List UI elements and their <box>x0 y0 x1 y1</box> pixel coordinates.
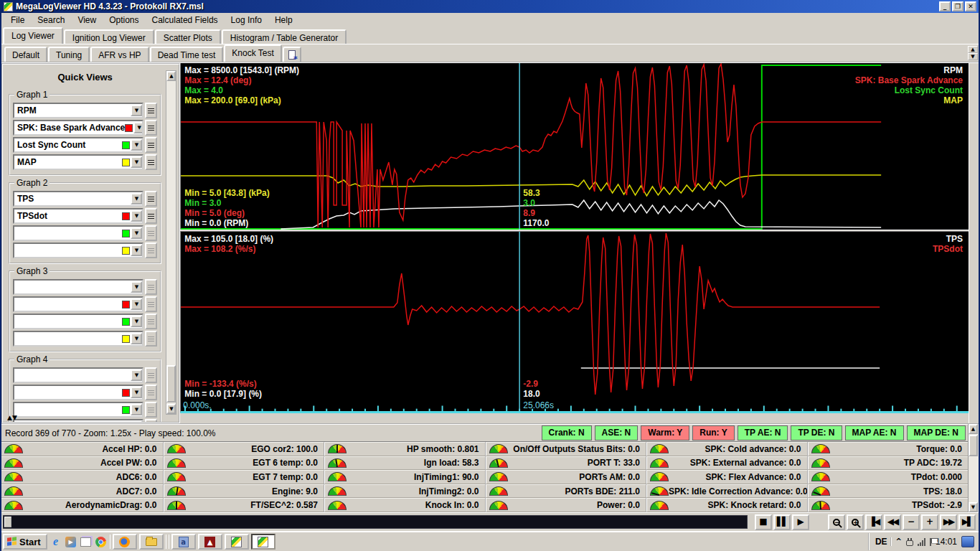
stop-button[interactable]: ■ <box>755 514 772 530</box>
time-axis[interactable]: 0.000s. 25.066s <box>180 400 969 413</box>
chevron-down-icon[interactable]: ▼ <box>131 210 142 222</box>
scrollbar-thumb[interactable] <box>4 517 11 527</box>
chevron-down-icon[interactable]: ▼ <box>131 298 142 310</box>
chevron-down-icon[interactable]: ▼ <box>131 316 142 327</box>
start-button[interactable]: Start <box>3 534 47 550</box>
chevron-down-icon[interactable]: ▼ <box>131 404 142 415</box>
chevron-down-icon[interactable]: ▼ <box>131 193 142 204</box>
new-view-tab-button[interactable] <box>283 47 301 62</box>
clock[interactable]: 14:01 <box>936 537 957 546</box>
minimize-button[interactable]: _ <box>939 1 951 11</box>
series-select[interactable]: ▼ <box>13 296 143 312</box>
acrobat-task-button[interactable]: ▲ <box>198 534 222 550</box>
scroll-up-icon[interactable]: ▲ <box>166 71 176 81</box>
tab-ignition-log-viewer[interactable]: Ignition Log Viewer <box>64 29 154 44</box>
tab-knock-test[interactable]: Knock Test <box>224 44 281 62</box>
series-menu-button[interactable] <box>145 137 157 153</box>
fast-forward-button[interactable]: ▶▶ <box>940 514 957 530</box>
series-menu-button[interactable] <box>145 279 157 295</box>
chevron-down-icon[interactable]: ▼ <box>131 139 142 151</box>
chevron-down-icon[interactable]: ▼ <box>131 369 142 381</box>
series-select[interactable]: ▼ <box>13 225 143 241</box>
chevron-down-icon[interactable]: ▼ <box>131 227 142 239</box>
step-back-button[interactable]: − <box>903 514 920 530</box>
chevron-down-icon[interactable]: ▼ <box>131 105 142 116</box>
tab-dead-time-test[interactable]: Dead Time test <box>150 47 224 62</box>
show-desktop-button[interactable] <box>961 536 974 547</box>
step-forward-button[interactable]: + <box>921 514 938 530</box>
series-select[interactable]: ▼ <box>13 242 143 258</box>
zoom-in-button[interactable]: + <box>847 514 864 530</box>
series-select[interactable]: TPSdot▼ <box>13 208 143 224</box>
network-signal-icon[interactable] <box>918 538 925 546</box>
chevron-down-icon[interactable]: ▼ <box>131 245 142 256</box>
series-select[interactable]: ▼ <box>13 279 143 295</box>
series-menu-button[interactable] <box>145 402 157 418</box>
pause-button[interactable]: ▌▌ <box>773 514 791 530</box>
internet-explorer-icon[interactable]: e <box>50 535 62 548</box>
menu-help[interactable]: Help <box>268 14 299 27</box>
sidebar-scrollbar[interactable]: ▲ ▼ <box>166 70 176 415</box>
scrollbar-thumb[interactable] <box>166 365 176 402</box>
series-menu-button[interactable] <box>145 103 157 118</box>
menu-search[interactable]: Search <box>31 14 71 27</box>
chevron-down-icon[interactable]: ▼ <box>131 281 142 293</box>
splitter-arrows-icon[interactable]: ▲▼ <box>7 415 17 421</box>
language-indicator[interactable]: DE <box>875 537 892 546</box>
series-select[interactable]: Lost Sync Count▼ <box>13 137 143 153</box>
tab-log-viewer[interactable]: Log Viewer <box>3 27 63 44</box>
menu-options[interactable]: Options <box>103 14 145 27</box>
series-menu-button[interactable] <box>145 191 157 207</box>
series-select[interactable]: ▼ <box>13 402 143 418</box>
scroll-up-icon[interactable]: ▲ <box>968 46 978 53</box>
series-select[interactable]: RPM▼ <box>13 103 143 118</box>
graph1-panel[interactable]: Max = 8500.0 [1543.0] (RPM) Max = 12.4 (… <box>180 63 969 230</box>
scroll-up-icon[interactable]: ▲ <box>969 424 978 434</box>
scroll-down-icon[interactable]: ▼ <box>166 404 176 414</box>
firefox-task-button[interactable] <box>113 534 137 550</box>
series-menu-button[interactable] <box>145 154 157 170</box>
series-select[interactable]: SPK: Base Spark Advance▼ <box>13 120 143 136</box>
tab-tuning[interactable]: Tuning <box>48 47 90 62</box>
series-menu-button[interactable] <box>145 331 157 347</box>
zoom-out-button[interactable]: − <box>828 514 845 530</box>
menu-calculated-fields[interactable]: Calculated Fields <box>146 14 225 27</box>
tab-afr-vs-hp[interactable]: AFR vs HP <box>90 47 149 62</box>
photo-viewer-icon[interactable] <box>80 535 93 548</box>
action-center-flag-icon[interactable] <box>930 538 931 546</box>
scroll-down-icon[interactable]: ▼ <box>969 502 978 512</box>
power-plug-icon[interactable] <box>906 540 913 546</box>
chevron-down-icon[interactable]: ▼ <box>131 156 142 168</box>
series-menu-button[interactable] <box>145 367 157 383</box>
menu-log-info[interactable]: Log Info <box>225 14 268 27</box>
timeline-scrollbar[interactable] <box>3 515 748 529</box>
series-menu-button[interactable] <box>145 314 157 329</box>
skip-start-button[interactable]: ▐◀ <box>865 514 882 530</box>
explorer-task-button[interactable] <box>139 534 164 550</box>
series-select[interactable]: ▼ <box>13 314 143 329</box>
series-select[interactable]: TPS▼ <box>13 191 143 207</box>
tab-default[interactable]: Default <box>4 47 47 62</box>
close-button[interactable]: ✕ <box>965 1 976 11</box>
chevron-down-icon[interactable]: ▼ <box>131 387 142 398</box>
graph2-panel[interactable]: Max = 105.0 [18.0] (%) Max = 108.2 (%/s)… <box>180 232 969 400</box>
megalogviewer-task-button[interactable] <box>225 534 249 550</box>
tab-histogram-table-generator[interactable]: Histogram / Table Generator <box>222 29 347 44</box>
restore-button[interactable]: ❐ <box>952 1 963 11</box>
tab-scatter-plots[interactable]: Scatter Plots <box>155 29 221 44</box>
series-menu-button[interactable] <box>145 208 157 224</box>
series-menu-button[interactable] <box>145 225 157 241</box>
series-menu-button[interactable] <box>145 385 157 400</box>
tool-task-button[interactable]: a <box>171 534 196 550</box>
series-select[interactable]: ▼ <box>13 367 143 383</box>
chrome-icon[interactable] <box>95 535 108 548</box>
chevron-down-icon[interactable]: ▼ <box>131 333 142 344</box>
megalogviewer-active-task-button[interactable] <box>251 534 275 550</box>
series-menu-button[interactable] <box>145 120 157 136</box>
chevron-down-icon[interactable]: ▼ <box>133 122 143 133</box>
series-menu-button[interactable] <box>145 296 157 312</box>
series-select[interactable]: ▼ <box>13 385 143 400</box>
series-select[interactable]: MAP▼ <box>13 154 143 170</box>
gauge-scrollbar[interactable]: ▲ ▼ <box>968 424 979 512</box>
media-player-icon[interactable]: ▶ <box>65 535 77 548</box>
